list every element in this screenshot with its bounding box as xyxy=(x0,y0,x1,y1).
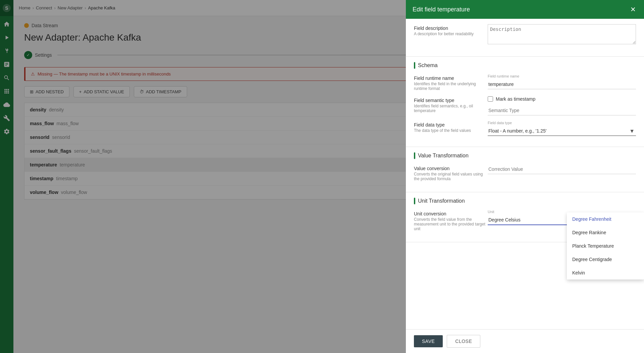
runtime-name-input[interactable] xyxy=(488,80,636,89)
data-type-title: Field data type xyxy=(414,122,488,128)
unit-transformation-section: Unit Transformation Unit conversion Conv… xyxy=(406,192,644,242)
runtime-name-label-col: Field runtime name Identifies the field … xyxy=(414,74,488,91)
modal-header: Edit field temperature ✕ xyxy=(406,0,644,19)
value-conversion-label-col: Value conversion Converts the original f… xyxy=(414,164,488,181)
field-description-group: Field description A description for bett… xyxy=(414,24,636,46)
save-button[interactable]: SAVE xyxy=(414,335,443,347)
dropdown-item-centigrade[interactable]: Degree Centigrade xyxy=(567,253,644,266)
value-conversion-title: Value conversion xyxy=(414,166,488,171)
value-transformation-section: Value Transformation Value conversion Co… xyxy=(406,147,644,192)
semantic-type-label-col: Field semantic type Identifies field sem… xyxy=(414,96,488,113)
unit-transformation-accent xyxy=(414,198,415,204)
field-description-section: Field description A description for bett… xyxy=(406,19,644,57)
runtime-name-input-label: Field runtime name xyxy=(488,74,636,78)
data-type-input-label: Field data type xyxy=(488,121,636,125)
runtime-name-input-col: Field runtime name xyxy=(488,74,636,89)
schema-section: Schema Field runtime name Identifies the… xyxy=(406,57,644,147)
unit-conversion-label-col: Unit conversion Converts the field value… xyxy=(414,210,488,231)
field-description-input-col xyxy=(488,24,636,46)
timestamp-checkbox-row: Mark as timestamp xyxy=(488,96,636,102)
modal-title: Edit field temperature xyxy=(413,6,470,13)
modal-close-button[interactable]: ✕ xyxy=(629,5,637,13)
schema-header: Schema xyxy=(414,62,636,69)
modal-footer: SAVE CLOSE xyxy=(406,329,644,353)
semantic-type-title: Field semantic type xyxy=(414,98,488,103)
mark-timestamp-label: Mark as timestamp xyxy=(496,96,535,102)
data-type-desc: The data type of the field values xyxy=(414,128,488,133)
dropdown-item-planck[interactable]: Planck Temperature xyxy=(567,239,644,253)
semantic-type-desc: Identifies field semantics, e.g., oil te… xyxy=(414,104,488,113)
schema-accent xyxy=(414,62,415,69)
dropdown-item-fahrenheit[interactable]: Degree Fahrenheit xyxy=(567,212,644,226)
value-transformation-title: Value Transformation xyxy=(418,153,469,159)
value-transformation-header: Value Transformation xyxy=(414,152,636,159)
unit-conversion-title: Unit conversion xyxy=(414,211,488,216)
runtime-name-title: Field runtime name xyxy=(414,75,488,81)
unit-conversion-desc: Converts the field value from the measur… xyxy=(414,217,488,231)
modal-body: Field description A description for bett… xyxy=(406,19,644,329)
mark-timestamp-checkbox[interactable] xyxy=(488,96,493,102)
modal-panel: Edit field temperature ✕ Field descripti… xyxy=(406,0,644,353)
unit-transformation-title: Unit Transformation xyxy=(418,198,465,204)
unit-dropdown: Degree Fahrenheit Degree Rankine Planck … xyxy=(567,212,644,280)
value-conversion-group: Value conversion Converts the original f… xyxy=(414,164,636,181)
modal-spacer xyxy=(0,0,406,353)
dropdown-item-kelvin[interactable]: Kelvin xyxy=(567,266,644,280)
runtime-name-desc: Identifies the field in the underlying r… xyxy=(414,82,488,91)
correction-value-input[interactable] xyxy=(488,164,636,174)
field-description-desc: A description for better readability xyxy=(414,32,488,36)
data-type-label-col: Field data type The data type of the fie… xyxy=(414,121,488,133)
field-description-label-col: Field description A description for bett… xyxy=(414,24,488,36)
schema-title: Schema xyxy=(418,62,438,68)
field-description-title: Field description xyxy=(414,26,488,31)
data-type-select[interactable]: Float - A number, e.g., '1.25' xyxy=(488,126,636,136)
runtime-name-group: Field runtime name Identifies the field … xyxy=(414,74,636,91)
value-conversion-desc: Converts the original field values using… xyxy=(414,172,488,181)
unit-transformation-header: Unit Transformation xyxy=(414,198,636,204)
data-type-input-col: Field data type Float - A number, e.g., … xyxy=(488,121,636,136)
semantic-type-group: Field semantic type Identifies field sem… xyxy=(414,96,636,115)
data-type-group: Field data type The data type of the fie… xyxy=(414,121,636,136)
data-type-select-wrapper: Float - A number, e.g., '1.25' ▼ xyxy=(488,126,636,136)
close-button[interactable]: CLOSE xyxy=(447,335,480,348)
modal-overlay: Edit field temperature ✕ Field descripti… xyxy=(0,0,644,353)
value-conversion-input-col xyxy=(488,164,636,174)
description-textarea[interactable] xyxy=(488,24,636,44)
value-transformation-accent xyxy=(414,152,415,159)
semantic-type-input[interactable] xyxy=(488,106,636,115)
semantic-type-input-col: Mark as timestamp xyxy=(488,96,636,115)
dropdown-item-rankine[interactable]: Degree Rankine xyxy=(567,226,644,239)
